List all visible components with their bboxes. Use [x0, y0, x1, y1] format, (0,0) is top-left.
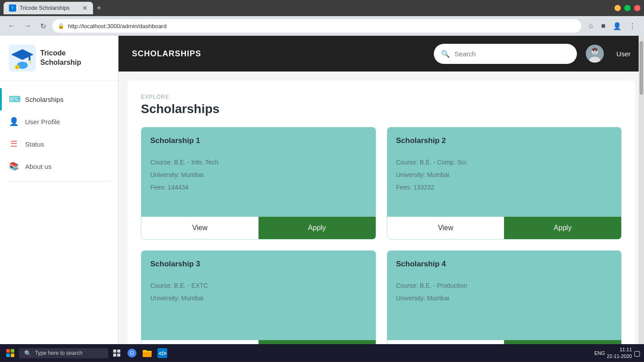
card-title-2: Scholarship 2 — [396, 136, 613, 145]
svg-rect-13 — [11, 349, 14, 353]
monitor-icon: ⌨ — [9, 94, 19, 104]
svg-rect-19 — [117, 354, 120, 357]
sidebar-logo: $ Tricode Scholarship — [0, 36, 118, 81]
bookmark-button[interactable]: ☆ — [585, 20, 597, 32]
menu-button[interactable]: ⋮ — [626, 20, 639, 32]
minimize-button[interactable]: — — [614, 5, 621, 11]
explore-label: EXPLORE — [141, 94, 622, 100]
taskbar-app-folder[interactable] — [140, 346, 154, 360]
sidebar-item-status[interactable]: ☰ Status — [0, 133, 118, 155]
taskbar-app-vscode[interactable]: </> — [156, 346, 169, 360]
apply-button-1[interactable]: Apply — [258, 217, 376, 239]
header-title: SCHOLARSHIPS — [132, 49, 425, 59]
lock-icon: 🔒 — [58, 23, 64, 29]
user-name: User — [616, 50, 631, 58]
status-icon: ☰ — [9, 139, 19, 149]
scrollbar-thumb[interactable] — [640, 41, 643, 95]
taskbar-search-label: Type here to search — [35, 350, 82, 356]
logo-text: Tricode Scholarship — [40, 49, 81, 67]
taskbar-search-icon: 🔍 — [24, 350, 31, 357]
address-bar[interactable]: 🔒 http://localhost:3000/admin/dashboard — [52, 19, 581, 33]
tab-favicon: T — [9, 4, 16, 12]
svg-rect-12 — [6, 349, 10, 353]
scholarship-card-1: Scholarship 1 Course: B.E. - Info. Tech … — [141, 127, 376, 240]
svg-rect-15 — [11, 354, 14, 357]
page-title: Scholarships — [141, 102, 622, 116]
extension-button[interactable]: ■ — [598, 20, 608, 32]
task-view-button[interactable] — [110, 346, 123, 360]
content-area: EXPLORE Scholarships Scholarship 1 Cours… — [119, 72, 644, 362]
browser-tab[interactable]: T Tricode Scholarships ✕ — [4, 2, 93, 14]
taskbar-lang: ENG — [594, 350, 605, 356]
svg-text:$: $ — [16, 66, 18, 69]
svg-text:</>: </> — [159, 350, 166, 357]
scrollbar-track[interactable] — [639, 36, 644, 344]
taskbar-notification[interactable]: ▢ — [634, 349, 640, 358]
address-bar-row: ← → ↻ 🔒 http://localhost:3000/admin/dash… — [0, 16, 644, 36]
view-button-2[interactable]: View — [387, 217, 504, 239]
view-button-1[interactable]: View — [141, 217, 258, 239]
content-card: EXPLORE Scholarships Scholarship 1 Cours… — [127, 80, 635, 362]
card-body-2: Scholarship 2 Course: B.E. - Comp. Sci. … — [387, 127, 622, 217]
reload-button[interactable]: ↻ — [38, 20, 49, 32]
card-title-3: Scholarship 3 — [150, 260, 367, 269]
new-tab-button[interactable]: + — [93, 2, 105, 15]
app-layout: $ Tricode Scholarship ⌨ Scholarships 👤 U… — [0, 36, 644, 362]
browser-actions: ☆ ■ 👤 ⋮ — [585, 20, 639, 32]
forward-button[interactable]: → — [21, 20, 34, 32]
card-university-2: University: Mumbai — [396, 171, 613, 178]
card-fees-1: Fees: 144434 — [150, 184, 367, 191]
svg-rect-14 — [6, 354, 10, 357]
nav-label-status: Status — [25, 140, 44, 148]
card-body-4: Scholarship 4 Course: B.E. - Production … — [387, 251, 622, 340]
sidebar: $ Tricode Scholarship ⌨ Scholarships 👤 U… — [0, 36, 119, 362]
card-course-1: Course: B.E. - Info. Tech — [150, 159, 367, 166]
svg-point-22 — [131, 352, 133, 354]
sidebar-item-scholarships[interactable]: ⌨ Scholarships — [0, 88, 118, 110]
close-button[interactable]: ✕ — [634, 5, 640, 11]
search-bar[interactable]: 🔍 — [434, 44, 577, 64]
nav-label-about-us: About us — [25, 163, 51, 170]
card-title-1: Scholarship 1 — [150, 136, 367, 145]
sidebar-item-user-profile[interactable]: 👤 User Profile — [0, 110, 118, 133]
main-area: SCHOLARSHIPS 🔍 User — [119, 36, 644, 362]
scholarship-card-2: Scholarship 2 Course: B.E. - Comp. Sci. … — [387, 127, 622, 240]
nav-label-user-profile: User Profile — [25, 118, 60, 126]
about-icon: 📚 — [9, 161, 19, 171]
card-actions-2: View Apply — [387, 217, 622, 239]
url-text: http://localhost:3000/admin/dashboard — [68, 23, 576, 29]
apply-button-2[interactable]: Apply — [504, 217, 621, 239]
card-course-2: Course: B.E. - Comp. Sci. — [396, 159, 613, 166]
nav-label-scholarships: Scholarships — [25, 96, 64, 103]
logo-image: $ — [9, 45, 36, 72]
sidebar-item-about-us[interactable]: 📚 About us — [0, 155, 118, 177]
card-actions-1: View Apply — [141, 217, 376, 239]
taskbar-app-chrome[interactable] — [125, 346, 139, 360]
back-button[interactable]: ← — [5, 20, 18, 32]
card-course-3: Course: B.E. - EXTC — [150, 282, 367, 289]
card-university-1: University: Mumbai — [150, 171, 367, 178]
card-university-3: University: Mumbai — [150, 295, 367, 302]
svg-rect-17 — [117, 349, 120, 353]
sidebar-divider — [7, 181, 111, 181]
card-university-4: University: Mumbai — [396, 295, 613, 302]
card-body-3: Scholarship 3 Course: B.E. - EXTC Univer… — [141, 251, 376, 340]
card-course-4: Course: B.E. - Production — [396, 282, 613, 289]
header: SCHOLARSHIPS 🔍 User — [119, 36, 644, 72]
card-fees-2: Fees: 133232 — [396, 184, 613, 191]
window-controls: — □ ✕ — [614, 5, 640, 11]
profile-button[interactable]: 👤 — [610, 20, 624, 32]
taskbar-search[interactable]: 🔍 Type here to search — [19, 348, 108, 358]
taskbar-system-tray: ENG 11:11 22-11-2020 ▢ — [594, 346, 640, 360]
svg-rect-18 — [113, 354, 116, 357]
sidebar-nav: ⌨ Scholarships 👤 User Profile ☰ Status 📚… — [0, 81, 118, 362]
card-body-1: Scholarship 1 Course: B.E. - Info. Tech … — [141, 127, 376, 217]
tab-close-button[interactable]: ✕ — [82, 4, 88, 12]
start-button[interactable] — [4, 346, 17, 360]
search-input[interactable] — [454, 50, 570, 58]
maximize-button[interactable]: □ — [624, 5, 631, 11]
user-icon: 👤 — [9, 117, 19, 126]
scholarship-grid: Scholarship 1 Course: B.E. - Info. Tech … — [141, 127, 622, 362]
card-title-4: Scholarship 4 — [396, 260, 613, 269]
taskbar-clock: 11:11 22-11-2020 — [607, 346, 632, 360]
